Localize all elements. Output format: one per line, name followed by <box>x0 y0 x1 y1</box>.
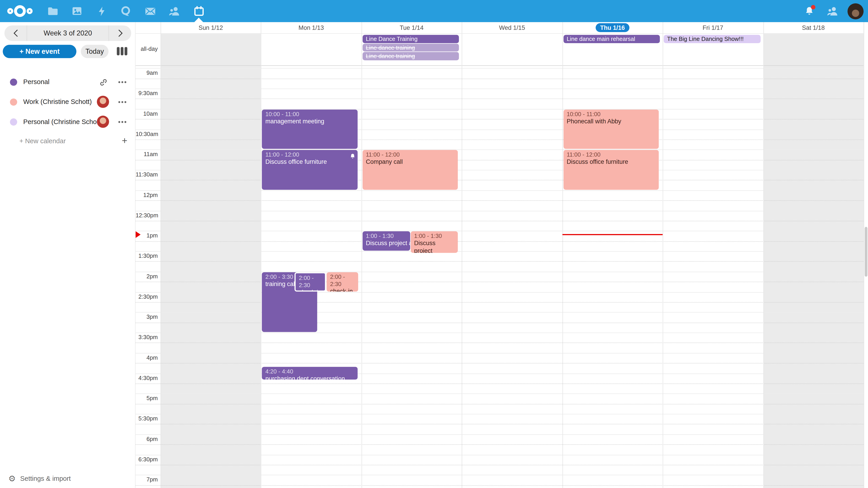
today-button[interactable]: Today <box>81 45 108 58</box>
event-time: 2:00 - 2:30 <box>299 274 322 289</box>
event[interactable]: 10:00 - 11:00Phonecall with Abby <box>563 109 659 149</box>
event-time: 1:00 - 1:30 <box>366 232 408 240</box>
contacts-menu-icon[interactable] <box>825 0 841 22</box>
weekend-shade <box>160 33 261 488</box>
notifications-bell-icon[interactable] <box>801 0 817 22</box>
allday-event[interactable]: Line dance training <box>363 43 459 52</box>
slot-line <box>135 210 864 211</box>
slot-line <box>135 89 864 89</box>
event[interactable]: 11:00 - 12:00Company call <box>363 150 458 190</box>
quarter-line <box>135 119 864 120</box>
settings-import-button[interactable]: ⚙ Settings & import <box>0 470 135 487</box>
app-calendar-icon[interactable] <box>186 0 211 22</box>
calendar-owner-avatar <box>97 96 109 108</box>
app-photos-icon[interactable] <box>65 0 89 22</box>
calendar-color-dot[interactable] <box>10 78 17 86</box>
event[interactable]: 1:00 - 1:30Discuss project announcement <box>411 231 458 253</box>
slot-line <box>135 109 864 109</box>
app-contacts-icon[interactable] <box>162 0 187 22</box>
slot-line <box>135 455 864 455</box>
quarter-line <box>135 343 864 343</box>
time-label: 5:30pm <box>135 415 158 422</box>
app-mail-icon[interactable] <box>138 0 162 22</box>
event-title: Company call <box>366 158 455 166</box>
scrollbar[interactable] <box>864 22 868 488</box>
quarter-line <box>135 241 864 241</box>
allday-event[interactable]: Line dance main rehearsal <box>563 35 660 43</box>
calendar-canvas: Sun 1/12Mon 1/13Tue 1/14Wed 1/15Thu 1/16… <box>135 22 868 488</box>
calendar-menu-icon[interactable] <box>116 96 129 108</box>
time-label: 1:30pm <box>135 252 158 259</box>
event[interactable]: 11:00 - 12:00Discuss office furniture <box>563 150 659 190</box>
previous-week-button[interactable] <box>4 26 27 41</box>
column-line <box>160 22 161 488</box>
event-time: 10:00 - 11:00 <box>266 110 355 118</box>
event-title: Discuss project announcement <box>366 240 408 247</box>
week-label[interactable]: Week 3 of 2020 <box>27 26 108 41</box>
slot-line <box>135 231 864 231</box>
time-label: 12pm <box>135 191 158 198</box>
calendar-name: Work (Christine Schott) <box>23 98 97 105</box>
calendar-item[interactable]: Personal (Christine Scho... <box>0 113 135 130</box>
allday-event[interactable]: Line Dance Training <box>363 35 459 43</box>
day-header[interactable]: Fri 1/17 <box>663 22 763 33</box>
event[interactable]: 2:00 - 2:30check-in <box>294 272 326 291</box>
day-header[interactable]: Mon 1/13 <box>261 22 362 33</box>
event[interactable]: 10:00 - 11:00management meeting <box>262 109 358 149</box>
event-time: 11:00 - 12:00 <box>567 151 656 158</box>
calendar-color-dot[interactable] <box>10 118 17 125</box>
event-title: management meeting <box>266 118 355 125</box>
calendar-color-dot[interactable] <box>10 98 17 105</box>
calendar-item[interactable]: Personal <box>0 74 135 90</box>
slot-line <box>135 312 864 313</box>
time-label: 9am <box>135 69 158 76</box>
calendar-menu-icon[interactable] <box>116 76 129 88</box>
new-calendar-button[interactable]: + New calendar + <box>0 133 135 149</box>
event-time: 2:00 - 2:30 <box>330 273 355 288</box>
user-avatar[interactable] <box>847 3 864 19</box>
quarter-line <box>135 139 864 140</box>
allday-event[interactable]: Line dance training <box>363 52 459 60</box>
view-toggle-icon[interactable] <box>117 47 127 55</box>
event[interactable]: 11:00 - 12:00Discuss office furniture <box>262 150 358 190</box>
day-header[interactable]: Wed 1/15 <box>462 22 562 33</box>
notification-dot <box>811 5 815 9</box>
slot-line <box>135 434 864 435</box>
event-title: check-in <box>330 288 355 291</box>
quarter-line <box>135 282 864 282</box>
calendar-item[interactable]: Work (Christine Schott) <box>0 94 135 110</box>
calendar-menu-icon[interactable] <box>116 116 129 128</box>
weekend-shade <box>763 33 864 488</box>
allday-event[interactable]: The Big Line Dancing Show!!! <box>664 35 761 43</box>
day-header[interactable]: Sun 1/12 <box>160 22 261 33</box>
day-header[interactable]: Sat 1/18 <box>763 22 864 33</box>
nextcloud-logo-icon[interactable] <box>7 4 33 18</box>
quarter-line <box>135 99 864 99</box>
app-files-icon[interactable] <box>40 0 65 22</box>
new-event-button[interactable]: + New event <box>3 45 76 58</box>
current-time-arrow <box>135 232 141 238</box>
share-link-icon[interactable] <box>97 76 109 88</box>
app-activity-icon[interactable] <box>89 0 114 22</box>
time-label: 4:30pm <box>135 375 158 381</box>
app-talk-icon[interactable] <box>114 0 138 22</box>
allday-separator <box>135 65 864 66</box>
nextcloud-calendar-app: Week 3 of 2020 + New event Today Persona… <box>0 0 868 488</box>
column-line <box>663 22 663 488</box>
quarter-line <box>135 445 864 445</box>
slot-line <box>135 150 864 150</box>
day-header[interactable]: Tue 1/14 <box>362 22 462 33</box>
event[interactable]: 4:20 - 4:40purchasing dept conversation <box>262 367 358 379</box>
event[interactable]: 2:00 - 2:30check-in <box>327 272 358 291</box>
time-label: 7pm <box>135 476 158 483</box>
time-label: 10am <box>135 110 158 117</box>
quarter-line <box>135 322 864 323</box>
next-week-button[interactable] <box>108 26 131 41</box>
event[interactable]: 1:00 - 1:30Discuss project announcement <box>363 231 410 251</box>
allday-label: all-day <box>135 45 158 52</box>
time-label: 3pm <box>135 313 158 320</box>
day-header[interactable]: Thu 1/16 <box>562 22 662 33</box>
scrollbar-thumb[interactable] <box>865 227 867 276</box>
current-time-line <box>562 234 662 235</box>
quarter-line <box>135 221 864 221</box>
